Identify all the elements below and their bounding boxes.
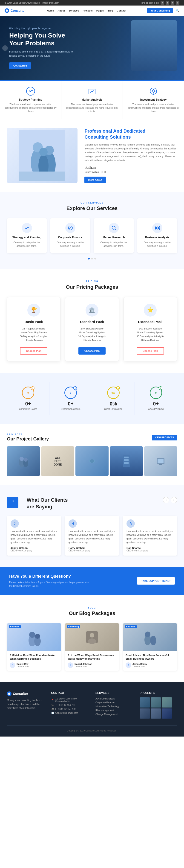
hero-image bbox=[101, 16, 184, 80]
blog-post-3-meta: J James Bailey 14 MAR 2019 bbox=[125, 662, 174, 668]
strategy-icon bbox=[26, 87, 35, 96]
blog-post-3-info: James Bailey 14 MAR 2019 bbox=[133, 663, 147, 668]
search-icon[interactable]: 🔍 bbox=[176, 9, 179, 12]
pricing-basic-name: Basic Pack bbox=[12, 320, 56, 324]
footer-logo-icon bbox=[7, 691, 11, 696]
twitter-icon[interactable]: t bbox=[165, 1, 169, 5]
footer-project-4[interactable] bbox=[140, 708, 150, 719]
testimonial-2-text: I just wanted to share a quick note and … bbox=[69, 530, 115, 544]
pricing-grid: 🏆 Basic Pack 24/7 Support available Home… bbox=[7, 297, 177, 361]
project-thumb-1[interactable] bbox=[7, 446, 40, 476]
fax-icon: 📠 bbox=[51, 708, 54, 710]
footer-project-5[interactable] bbox=[151, 708, 161, 719]
footer-service-1[interactable]: Advanced Analysis bbox=[96, 698, 133, 700]
feature-strategy-desc: The lower mentioned purposes are better … bbox=[5, 103, 57, 113]
svg-rect-15 bbox=[158, 226, 159, 227]
dot-1[interactable] bbox=[88, 258, 90, 259]
blog-post-1-meta: D Daniel Roy 14 MAR 2019 bbox=[10, 662, 59, 668]
service-card-analysis: Business Analysis One way to categorize … bbox=[137, 218, 177, 253]
blog-post-3[interactable]: Business Good Advice: Tips From Successf… bbox=[123, 623, 177, 671]
dot-2[interactable] bbox=[91, 258, 93, 259]
testimonials-title: What Our Clientsare Saying bbox=[27, 497, 68, 510]
footer-service-4[interactable]: Risk Management bbox=[96, 709, 133, 712]
nav-projects[interactable]: Projects bbox=[82, 9, 93, 12]
project-thumb-3[interactable] bbox=[75, 446, 108, 476]
nav-pages[interactable]: Pages bbox=[96, 9, 104, 12]
nav-home[interactable]: Home bbox=[47, 9, 54, 12]
nav-links: Home About Services Projects Pages Blog … bbox=[47, 9, 126, 12]
footer-logo: Consultor bbox=[7, 691, 44, 696]
footer-project-6[interactable] bbox=[162, 708, 172, 719]
footer-grid: Consultor Management consulting involves… bbox=[7, 691, 177, 719]
blog-post-2[interactable]: Consulting 3 of the Worst Ways Small Bus… bbox=[65, 623, 119, 671]
hero-cta-button[interactable]: Get Started bbox=[9, 62, 31, 69]
hero-section: ‹ We bring the right people together Hel… bbox=[0, 16, 184, 80]
footer-service-3[interactable]: Information Technology bbox=[96, 705, 133, 708]
stat-satisfaction-label: Client Satisfaction bbox=[97, 408, 130, 410]
testimonial-1-name: Jenny Watson bbox=[10, 547, 58, 549]
blog-post-1[interactable]: Business 8 Mistakes First-Time Founders … bbox=[7, 623, 61, 671]
pricing-basic-btn[interactable]: Choose Plan bbox=[20, 347, 47, 354]
testimonials-next-button[interactable]: › bbox=[171, 497, 177, 503]
service-analysis-icon bbox=[152, 223, 162, 233]
top-bar-email: info@gmail.com bbox=[42, 2, 59, 4]
svg-rect-29 bbox=[159, 464, 162, 465]
top-bar-login[interactable]: Find or post a job bbox=[141, 2, 159, 4]
hero-prev-button[interactable]: ‹ bbox=[2, 45, 8, 51]
stat-consultants-num: 0+ bbox=[54, 401, 87, 407]
blog-post-1-date: 14 MAR 2019 bbox=[16, 665, 29, 668]
svg-point-12 bbox=[68, 226, 72, 230]
testimonial-1-text: I just wanted to share a quick note and … bbox=[10, 530, 58, 544]
project-thumb-2[interactable]: GETSH!TDONE bbox=[41, 446, 74, 476]
svg-rect-26 bbox=[124, 462, 128, 464]
facebook-icon[interactable]: f bbox=[160, 1, 164, 5]
pricing-extended-btn[interactable]: Choose Plan bbox=[137, 347, 164, 354]
nav-cta-button[interactable]: Your Consulting bbox=[147, 8, 173, 13]
feature-strategy-title: Strategy Planning bbox=[5, 98, 57, 101]
logo[interactable]: Consultor bbox=[5, 8, 26, 13]
about-image bbox=[7, 128, 77, 183]
project-thumb-5[interactable] bbox=[144, 446, 177, 476]
about-btn[interactable]: More About bbox=[84, 177, 106, 183]
nav-services[interactable]: Services bbox=[69, 9, 79, 12]
quote-icon: " bbox=[7, 497, 19, 508]
view-projects-button[interactable]: VIEW PROJECTS bbox=[152, 435, 177, 440]
nav-blog[interactable]: Blog bbox=[107, 9, 113, 12]
stats-grid: 0 + 0+ Completed Cases 0 + 0+ Expert Con… bbox=[7, 382, 177, 415]
nav-contact[interactable]: Contact bbox=[117, 9, 126, 12]
service-card-strategy: Strategy and Planning One way to categor… bbox=[7, 218, 47, 253]
testimonials-prev-button[interactable]: ‹ bbox=[163, 497, 169, 503]
projects-section: PROJECTS Our Project Gallery VIEW PROJEC… bbox=[0, 424, 184, 485]
svg-point-13 bbox=[112, 226, 115, 229]
hero-tag: We bring the right people together bbox=[9, 27, 100, 30]
footer-service-2[interactable]: Corporate Finance bbox=[96, 701, 133, 704]
nav-about[interactable]: About bbox=[58, 9, 65, 12]
projects-header: PROJECTS Our Project Gallery VIEW PROJEC… bbox=[7, 433, 177, 442]
service-finance-desc: One way to categorize the activities is … bbox=[53, 241, 87, 248]
blog-post-2-body: 3 of the Worst Ways Small Businesses Was… bbox=[65, 651, 119, 671]
cta-ticket-button[interactable]: TAKE SUPPORT TICKET bbox=[137, 577, 175, 585]
pricing-extended-f1: 24/7 Support available bbox=[128, 328, 172, 330]
blog-post-1-thumb: Business bbox=[7, 623, 61, 651]
navbar: Consultor Home About Services Projects P… bbox=[0, 5, 184, 16]
footer-project-1[interactable] bbox=[140, 698, 150, 708]
project-thumb-4[interactable] bbox=[110, 446, 143, 476]
cta-section: Have You a Different Question? Please ma… bbox=[0, 567, 184, 595]
testimonial-2: H I just wanted to share a quick note an… bbox=[65, 516, 119, 556]
projects-grid: GETSH!TDONE bbox=[7, 446, 177, 476]
about-image-container bbox=[7, 128, 77, 183]
services-carousel-dots bbox=[7, 258, 177, 259]
service-research-desc: One way to categorize the activities is … bbox=[97, 241, 131, 248]
pricing-standard-btn[interactable]: Choose Plan bbox=[78, 347, 106, 354]
dot-3[interactable] bbox=[94, 258, 96, 259]
linkedin-icon[interactable]: in bbox=[171, 1, 174, 5]
svg-point-38 bbox=[145, 631, 150, 637]
blog-post-1-info: Daniel Roy 14 MAR 2019 bbox=[16, 663, 29, 668]
svg-point-39 bbox=[150, 636, 156, 645]
footer-project-2[interactable] bbox=[151, 698, 161, 708]
pricing-standard-icon: 🏛️ bbox=[85, 304, 99, 317]
googleplus-icon[interactable]: g bbox=[176, 1, 179, 5]
testimonials-nav: ‹ › bbox=[163, 497, 177, 503]
footer-project-3[interactable] bbox=[162, 698, 172, 708]
footer-service-5[interactable]: Change Management bbox=[96, 713, 133, 716]
